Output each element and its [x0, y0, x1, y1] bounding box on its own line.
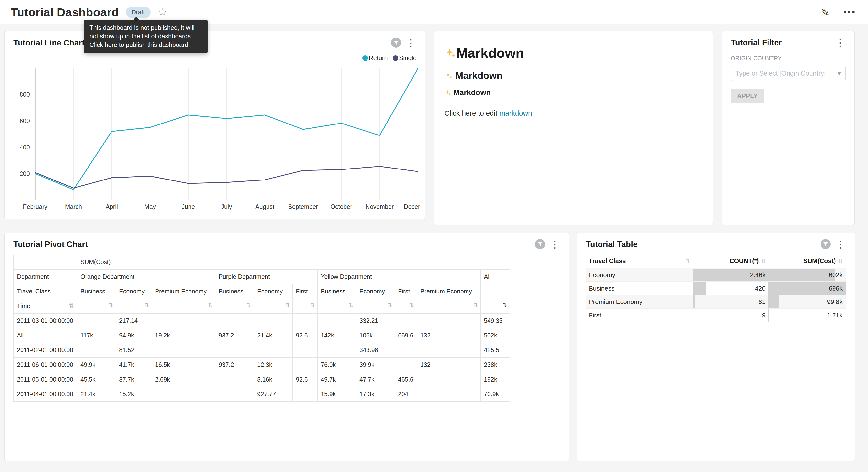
kebab-menu-icon[interactable]: ⋮ — [403, 38, 418, 48]
pivot-cell: 19.2k — [152, 328, 215, 343]
column-header-content: SUM(Cost)⇅ — [771, 257, 843, 265]
sort-icon[interactable]: ⇅ — [208, 302, 213, 308]
pivot-cell — [254, 343, 293, 358]
pivot-header-row: Travel ClassBusinessEconomyPremium Econo… — [14, 284, 510, 299]
pivot-cell — [417, 343, 481, 358]
table-cell-count: 2.46k — [693, 268, 769, 282]
legend-item[interactable]: Return — [362, 54, 388, 62]
status-badge[interactable]: Draft — [126, 7, 151, 18]
kebab-menu-icon[interactable]: ⋮ — [833, 239, 848, 249]
pivot-cell — [215, 372, 254, 387]
sort-icon[interactable]: ⇅ — [145, 302, 149, 308]
pivot-cell: 45.5k — [77, 372, 116, 387]
origin-country-select[interactable]: Type or Select [Origin Country] ▾ — [731, 66, 845, 81]
pivot-cell — [215, 314, 254, 328]
legend-item[interactable]: Single — [393, 54, 416, 62]
markdown-edit-link[interactable]: markdown — [499, 109, 532, 117]
pivot-cell: 217.14 — [116, 314, 152, 328]
sparkles-icon — [444, 48, 456, 59]
y-tick-label: 600 — [20, 117, 30, 124]
pivot-col-header: Business — [77, 284, 116, 299]
pivot-cell: 937.2 — [215, 328, 254, 343]
pivot-cell — [318, 343, 356, 358]
apply-button[interactable]: APPLY — [731, 89, 764, 103]
kebab-menu-icon[interactable]: ⋮ — [833, 38, 847, 48]
table-row: Business420696k — [586, 282, 845, 295]
pivot-cell: 937.2 — [215, 358, 254, 372]
pivot-row: 2011-04-01 00:00:0021.4k15.2k927.7715.9k… — [14, 387, 510, 402]
cell-value: 9 — [693, 308, 769, 322]
cell-value: 99.8k — [769, 295, 845, 308]
sort-icon[interactable]: ⇅ — [838, 258, 843, 264]
more-horizontal-icon[interactable]: ⋯ — [843, 5, 855, 19]
pivot-cell: 16.5k — [152, 358, 215, 372]
markdown-h3: Markdown — [444, 88, 703, 97]
sort-icon[interactable]: ⇅ — [761, 258, 766, 264]
sort-icon[interactable]: ⇅ — [285, 302, 290, 308]
pivot-row-dim-label: Time⇅ — [14, 299, 77, 314]
column-header[interactable]: COUNT(*)⇅ — [693, 254, 769, 268]
select-placeholder: Type or Select [Origin Country] — [736, 70, 826, 77]
pivot-cell: 927.77 — [254, 387, 293, 402]
edit-icon[interactable]: ✎ — [821, 6, 830, 19]
table-row: Premium Economy6199.8k — [586, 295, 845, 308]
pivot-row-label: 2011-03-01 00:00:00 — [14, 314, 77, 328]
filter-badge-icon[interactable] — [391, 38, 401, 48]
pivot-col-header: Premium Economy — [417, 284, 481, 299]
pivot-cell: 39.9k — [356, 358, 395, 372]
column-header-content: COUNT(*)⇅ — [695, 257, 766, 265]
sort-icon[interactable]: ⇅ — [349, 302, 353, 308]
pivot-dim-label: Department — [14, 269, 77, 284]
pivot-cell: 502k — [481, 328, 510, 343]
pivot-row: 2011-02-01 00:00:0081.52343.98425.5 — [14, 343, 510, 358]
x-tick-label: May — [144, 203, 156, 210]
pivot-cell: 81.52 — [116, 343, 152, 358]
table-cell-count: 9 — [693, 308, 769, 322]
sort-icon[interactable]: ⇅ — [69, 302, 74, 309]
table-header-row: Travel Class⇅COUNT(*)⇅SUM(Cost)⇅ — [586, 254, 845, 268]
pivot-row-label: 2011-05-01 00:00:00 — [14, 372, 77, 387]
pivot-col-header: Economy — [356, 284, 395, 299]
sort-icon[interactable]: ⇅ — [503, 302, 507, 308]
pivot-table: SUM(Cost)DepartmentOrange DepartmentPurp… — [13, 255, 510, 402]
column-header[interactable]: Travel Class⇅ — [586, 254, 693, 268]
pivot-sort-cell: ⇅ — [481, 299, 510, 314]
data-table: Travel Class⇅COUNT(*)⇅SUM(Cost)⇅ Economy… — [586, 254, 845, 322]
y-tick-label: 400 — [20, 144, 30, 151]
card-title: Tutorial Pivot Chart — [13, 240, 88, 249]
pivot-cell — [152, 343, 215, 358]
pivot-row-label: 2011-02-01 00:00:00 — [14, 343, 77, 358]
pivot-cell: 21.4k — [77, 387, 116, 402]
sort-icon[interactable]: ⇅ — [685, 258, 690, 264]
kebab-menu-icon[interactable]: ⋮ — [548, 239, 562, 249]
card-table: Tutorial Table ⋮ Travel Class⇅COUNT(*)⇅S… — [577, 233, 855, 461]
sort-icon[interactable]: ⇅ — [310, 302, 315, 308]
x-tick-label: July — [221, 203, 232, 210]
sort-icon[interactable]: ⇅ — [108, 302, 113, 308]
card-header: Tutorial Table ⋮ — [577, 233, 855, 249]
sort-icon[interactable]: ⇅ — [410, 302, 414, 308]
x-tick-label: February — [23, 203, 48, 210]
pivot-cell — [215, 387, 254, 402]
column-header[interactable]: SUM(Cost)⇅ — [769, 254, 845, 268]
pivot-cell: 37.7k — [116, 372, 152, 387]
sort-icon[interactable]: ⇅ — [473, 302, 478, 308]
markdown-h3-text: Markdown — [453, 88, 491, 97]
sort-icon[interactable]: ⇅ — [388, 302, 392, 308]
card-header: Tutorial Pivot Chart ⋮ — [5, 233, 569, 249]
table-cell-count: 61 — [693, 295, 769, 308]
column-header-content: Travel Class⇅ — [589, 257, 690, 265]
filter-badge-icon[interactable] — [535, 239, 545, 249]
filter-badge-icon[interactable] — [820, 239, 831, 249]
sort-icon[interactable]: ⇅ — [247, 302, 251, 308]
pivot-metric-header: SUM(Cost) — [77, 255, 510, 269]
favorite-star-icon[interactable]: ☆ — [158, 7, 167, 18]
pivot-cell — [318, 314, 356, 328]
card-title: Tutorial Table — [586, 240, 638, 249]
pivot-cell: 132 — [417, 358, 481, 372]
pivot-cell: 47.7k — [356, 372, 395, 387]
table-cell-count: 420 — [693, 282, 769, 295]
pivot-cell — [293, 343, 318, 358]
y-tick-label: 200 — [20, 170, 30, 177]
pivot-group-header: Purple Department — [215, 269, 318, 284]
